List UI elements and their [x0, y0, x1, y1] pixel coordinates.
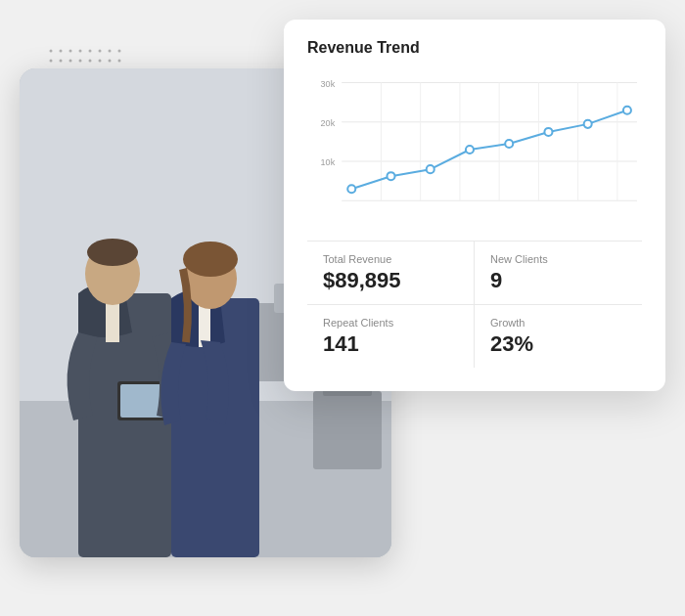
svg-point-37	[347, 185, 355, 193]
stat-value-growth: 23%	[490, 332, 626, 356]
stat-new-clients: New Clients 9	[475, 242, 642, 305]
revenue-chart: 30k 20k 10k	[307, 68, 642, 225]
svg-point-40	[466, 146, 474, 154]
stat-growth: Growth 23%	[475, 305, 642, 368]
stat-value-new-clients: 9	[490, 269, 626, 292]
chart-title: Revenue Trend	[307, 39, 642, 57]
svg-text:20k: 20k	[321, 118, 336, 128]
stat-label-total-revenue: Total Revenue	[323, 253, 458, 265]
stats-grid: Total Revenue $89,895 New Clients 9 Repe…	[307, 241, 642, 368]
svg-point-38	[387, 172, 394, 180]
svg-point-39	[427, 165, 434, 173]
svg-text:10k: 10k	[321, 157, 336, 167]
stat-value-total-revenue: $89,895	[323, 269, 458, 292]
stat-label-new-clients: New Clients	[490, 253, 626, 265]
stat-label-growth: Growth	[490, 317, 626, 329]
stat-total-revenue: Total Revenue $89,895	[307, 242, 475, 305]
svg-point-14	[87, 239, 138, 266]
svg-rect-21	[313, 391, 382, 469]
svg-text:30k: 30k	[321, 79, 336, 89]
stat-label-repeat-clients: Repeat Clients	[323, 317, 458, 329]
svg-point-20	[183, 242, 238, 277]
svg-point-41	[505, 140, 513, 148]
stat-repeat-clients: Repeat Clients 141	[307, 305, 475, 368]
scene: Revenue Trend 30k 20k 10k	[20, 20, 665, 596]
svg-point-42	[544, 128, 552, 136]
stat-value-repeat-clients: 141	[323, 332, 458, 356]
dashboard-card: Revenue Trend 30k 20k 10k	[284, 20, 665, 391]
svg-point-44	[623, 107, 631, 114]
svg-point-43	[584, 120, 592, 128]
